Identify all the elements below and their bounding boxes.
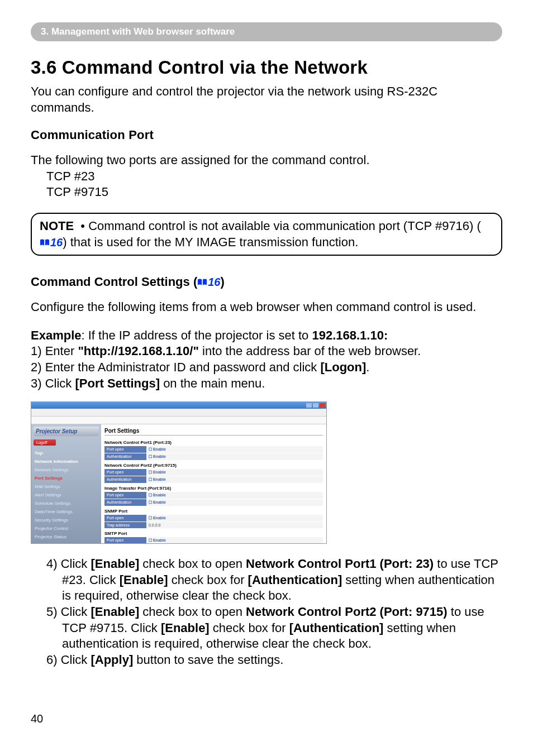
page-reference-16-b: 16	[197, 276, 220, 289]
sec4-title: SNMP Port	[104, 506, 323, 515]
step-6: 6) Click [Apply] button to save the sett…	[31, 652, 502, 668]
steps-4-6: 4) Click [Enable] check box to open Netw…	[31, 556, 502, 668]
row-label: Authentication	[104, 453, 146, 460]
step-3: 3) Click [Port Settings] on the main men…	[31, 376, 502, 392]
row-label: Trap address	[104, 522, 146, 528]
settings-heading-a: Command Control Settings (	[31, 275, 197, 289]
note-box: NOTE • Command control is not available …	[31, 213, 502, 256]
step2-c: .	[366, 360, 369, 374]
sidebar-netinfo: Network Information	[34, 457, 99, 466]
window-buttons	[306, 403, 325, 408]
step3-c: on the main menu.	[160, 376, 265, 390]
row-val: 0.0.0.0	[146, 522, 323, 528]
sidebar-port: Port Settings	[34, 474, 99, 482]
settings-intro: Configure the following items from a web…	[31, 299, 502, 315]
step3-b: [Port Settings]	[75, 376, 160, 390]
sec5-title: SMTP Port	[104, 529, 323, 537]
sec2-title: Network Control Port2 (Port:9715)	[104, 461, 323, 469]
step2-b: [Logon]	[320, 360, 366, 374]
row-val: ☐ Enable	[146, 453, 323, 460]
sec1-title: Network Control Port1 (Port:23)	[104, 438, 323, 446]
tcp-9715: TCP #9715	[31, 184, 502, 200]
row-val: ☐ Enable	[146, 469, 323, 476]
step-5: 5) Click [Enable] check box to open Netw…	[31, 604, 502, 652]
step1-b: "http://192.168.1.10/"	[78, 344, 199, 358]
row-val: ☐ Enable	[146, 492, 323, 499]
chapter-header-bar: 3. Management with Web browser software	[31, 22, 502, 41]
browser-address-bar	[31, 409, 326, 417]
example-rest: : If the IP address of the projector is …	[82, 328, 312, 342]
tcp-23: TCP #23	[31, 169, 502, 185]
row-val: ☐ Enable	[146, 446, 323, 453]
example-ip: 192.168.1.10:	[312, 328, 388, 342]
step-4: 4) Click [Enable] check box to open Netw…	[31, 556, 502, 604]
window-titlebar	[31, 402, 326, 409]
row-val: ☐ Enable	[146, 537, 323, 544]
communication-port-heading: Communication Port	[31, 128, 502, 142]
row-label: Port open	[104, 469, 146, 476]
note-text-a: • Command control is not available via c…	[74, 219, 481, 233]
row-label: Port open	[104, 492, 146, 499]
sidebar-sched: Schedule Settings	[34, 499, 99, 508]
sidebar-restart: Network Restart	[34, 541, 99, 544]
note-label: NOTE	[40, 219, 74, 233]
maximize-icon	[313, 403, 318, 408]
sidebar-sec: Security Settings	[34, 516, 99, 524]
comm-port-intro: The following two ports are assigned for…	[31, 152, 502, 169]
row-label: Authentication	[104, 499, 146, 506]
step1-c: into the address bar of the web browser.	[199, 344, 421, 358]
row-label: Authentication	[104, 476, 146, 483]
step1-a: 1) Enter	[31, 344, 78, 358]
sidebar-alert: Alert Settings	[34, 491, 99, 499]
step-1: 1) Enter "http://192.168.1.10/" into the…	[31, 343, 502, 360]
section-heading: 3.6 Command Control via the Network	[31, 57, 502, 78]
panel-title: Port Settings	[104, 427, 323, 436]
page-reference-16: 16	[40, 235, 63, 250]
row-val: ☐ Enable	[146, 515, 323, 521]
close-icon	[320, 403, 325, 408]
chapter-header-text: 3. Management with Web browser software	[41, 26, 235, 37]
row-label: Port open	[104, 515, 146, 521]
page-number: 40	[31, 712, 502, 725]
browser-tab-bar	[31, 417, 326, 424]
example-line: Example: If the IP address of the projec…	[31, 328, 502, 344]
projector-sidebar: Projector Setup Logoff Top: Network Info…	[31, 424, 101, 544]
book-icon	[40, 238, 50, 246]
sidebar-ctrl: Projector Control	[34, 524, 99, 533]
step-2: 2) Enter the Administrator ID and passwo…	[31, 360, 502, 376]
minimize-icon	[306, 403, 312, 408]
row-label: Port open	[104, 537, 146, 544]
step3-a: 3) Click	[31, 376, 75, 390]
row-label: Port open	[104, 446, 146, 453]
sidebar-netset: Network Settings	[34, 466, 99, 474]
port-settings-screenshot: Projector Setup Logoff Top: Network Info…	[31, 401, 327, 544]
sidebar-mail: Mail Settings	[34, 482, 99, 491]
sidebar-date: Date/Time Settings	[34, 508, 99, 516]
page-ref-number-b: 16	[208, 276, 220, 289]
sidebar-top: Top:	[34, 449, 99, 457]
step2-a: 2) Enter the Administrator ID and passwo…	[31, 360, 320, 374]
page-ref-number: 16	[50, 235, 63, 250]
book-icon	[197, 278, 207, 286]
row-val: ☐ Enable	[146, 499, 323, 506]
command-control-settings-heading: Command Control Settings (16)	[31, 275, 502, 289]
sidebar-stat: Projector Status	[34, 533, 99, 541]
logoff-button: Logoff	[34, 439, 56, 446]
note-text-b: ) that is used for the MY IMAGE transmis…	[63, 235, 358, 249]
intro-paragraph: You can configure and control the projec…	[31, 84, 502, 116]
row-val: ☐ Enable	[146, 476, 323, 483]
example-label: Example	[31, 328, 82, 342]
sec3-title: Image Transfer Port (Port:9716)	[104, 484, 323, 492]
port-settings-panel: Port Settings Network Control Port1 (Por…	[101, 424, 326, 544]
settings-heading-b: )	[220, 275, 224, 289]
sidebar-title: Projector Setup	[34, 427, 99, 436]
